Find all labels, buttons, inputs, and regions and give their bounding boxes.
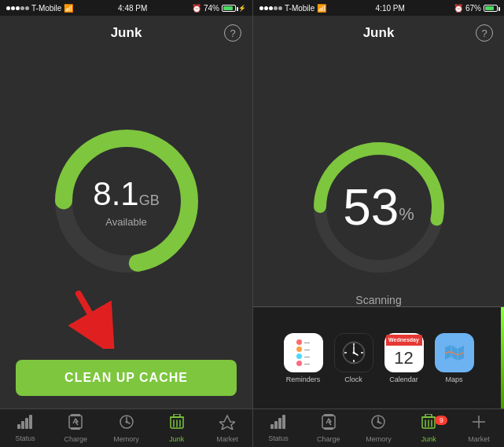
svg-rect-4 [17,424,20,429]
calendar-label: Calendar [389,376,418,383]
right-alarm-icon: ⏰ [454,4,463,13]
left-tab-junk-label: Junk [169,435,184,443]
right-status-right: ⏰ 67% [454,4,498,13]
svg-rect-7 [29,415,32,429]
right-tab-junk[interactable]: 9 Junk [403,414,454,443]
right-header: Junk ? [253,16,504,50]
help-icon: ? [230,27,235,39]
multitask-overlay: — — — — Reminders [253,306,504,409]
reminders-label: Reminders [286,376,321,383]
junk-icon [170,414,184,434]
svg-rect-35 [278,418,281,429]
carrier-label: T-Mobile [31,4,61,13]
svg-rect-33 [270,424,274,429]
app-reminders[interactable]: — — — — Reminders [281,333,326,383]
charging-icon: ⚡ [238,5,246,12]
junk-badge: 9 [435,416,447,425]
market-icon [219,414,235,434]
right-junk-icon [421,414,436,434]
app-maps[interactable]: Maps [432,333,476,383]
svg-line-14 [127,422,130,423]
clock-label: Clock [344,376,362,383]
right-market-icon [471,414,487,434]
right-signal-dots [259,6,282,10]
maps-icon [435,333,474,372]
calendar-icon: Wednesday 12 [384,333,424,372]
battery-icon [222,5,236,12]
svg-rect-36 [282,415,285,429]
left-donut: 8.1GB Available [48,123,205,280]
status-icon [17,415,33,433]
donut-label: Available [93,216,159,228]
app-clock[interactable]: Clock [332,333,376,383]
svg-rect-46 [425,414,432,417]
green-bar [501,307,504,409]
left-chart-area: 8.1GB Available [0,50,252,352]
alarm-icon: ⏰ [192,4,201,13]
right-tab-market-label: Market [468,435,490,443]
left-help-button[interactable]: ? [224,24,241,42]
status-left: T-Mobile 📶 [6,4,73,13]
cleanup-area: CLEAN UP CACHE [0,352,252,409]
time-label: 4:48 PM [118,4,147,13]
left-tab-memory[interactable]: Memory [101,414,151,443]
left-page-title: Junk [111,25,142,41]
right-help-icon: ? [481,27,487,39]
right-tab-status[interactable]: Status [253,415,304,442]
left-tab-junk[interactable]: Junk [152,414,202,443]
right-tab-charge[interactable]: Charge [304,414,354,443]
right-tab-memory[interactable]: Memory [354,414,404,443]
right-charge-icon [322,414,336,434]
cleanup-cache-button[interactable]: CLEAN UP CACHE [16,360,237,396]
right-time-label: 4:10 PM [376,4,405,13]
right-battery-percent: 67% [465,4,481,13]
svg-rect-17 [174,414,180,417]
right-donut-center: 53% [343,178,414,236]
right-percent-value: 53 [343,179,399,236]
right-tab-memory-label: Memory [366,435,392,443]
donut-center: 8.1GB Available [93,175,159,228]
right-carrier-label: T-Mobile [285,4,315,13]
right-tab-market[interactable]: Market [454,414,504,443]
right-wifi-icon: 📶 [317,4,326,13]
right-tab-charge-label: Charge [317,435,340,443]
left-tab-memory-label: Memory [113,435,139,443]
left-status-bar: T-Mobile 📶 4:48 PM ⏰ 74% ⚡ [0,0,252,16]
left-tab-status[interactable]: Status [0,415,50,442]
right-battery-icon [484,5,498,12]
status-right: ⏰ 74% ⚡ [192,4,246,13]
clock-icon [334,333,373,372]
right-help-button[interactable]: ? [476,24,493,42]
right-tab-status-label: Status [268,434,289,442]
right-status-left: T-Mobile 📶 [259,4,326,13]
maps-label: Maps [445,376,462,383]
left-tab-status-label: Status [15,434,35,442]
battery-percent: 74% [204,4,219,13]
left-panel: T-Mobile 📶 4:48 PM ⏰ 74% ⚡ Junk ? [0,0,252,447]
right-tab-junk-label: Junk [421,435,436,443]
charge-icon [68,414,83,434]
svg-rect-5 [21,421,24,429]
right-percent-unit: % [399,204,414,224]
signal-dots [6,6,29,10]
left-tab-charge[interactable]: Charge [50,414,101,443]
right-donut-container: 53% [308,137,450,278]
right-memory-icon [370,414,386,434]
right-page-title: Junk [363,25,395,41]
svg-rect-6 [25,418,28,429]
left-tab-charge-label: Charge [64,435,88,443]
left-header: Junk ? [0,16,252,50]
right-status-bar: T-Mobile 📶 4:10 PM ⏰ 67% [253,0,504,16]
right-panel: T-Mobile 📶 4:10 PM ⏰ 67% Junk ? 53% [252,0,504,447]
wifi-icon: 📶 [64,4,73,13]
svg-rect-34 [274,421,278,429]
left-tab-bar: Status Charge Memory Junk Market [0,409,252,447]
app-calendar[interactable]: Wednesday 12 Calendar [382,333,426,383]
left-tab-market[interactable]: Market [202,414,252,443]
right-status-icon [270,415,286,433]
left-tab-market-label: Market [216,435,238,443]
reminders-icon: — — — — [284,333,323,372]
right-tab-bar: Status Charge Memory 9 Junk Market [253,409,504,447]
svg-line-43 [378,422,381,423]
donut-value: 8.1GB [93,175,159,213]
